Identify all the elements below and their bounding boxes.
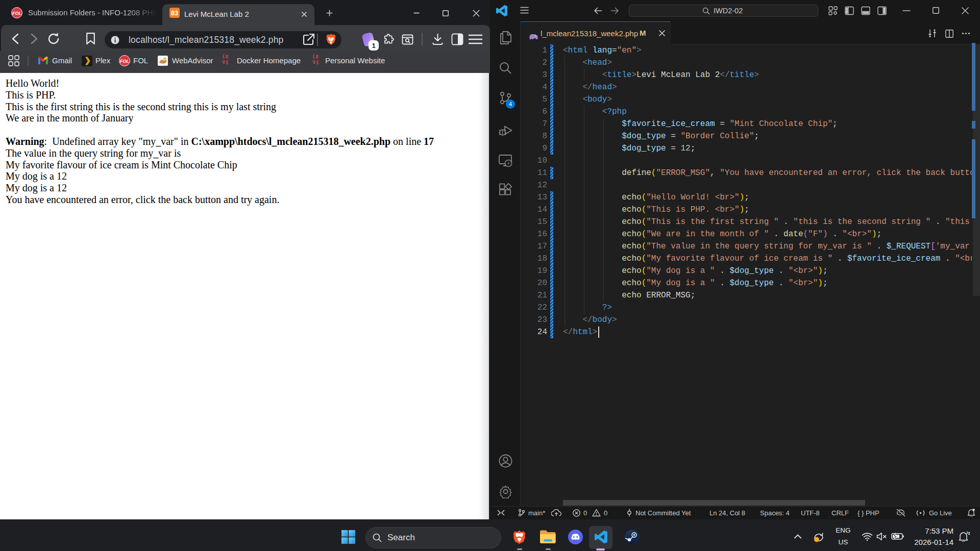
svg-text:FOL: FOL — [120, 59, 129, 64]
svg-text:83: 83 — [171, 9, 178, 17]
svg-text:z: z — [968, 531, 970, 536]
svg-text:1: 1 — [372, 42, 375, 49]
svg-text:FOL: FOL — [12, 11, 21, 16]
